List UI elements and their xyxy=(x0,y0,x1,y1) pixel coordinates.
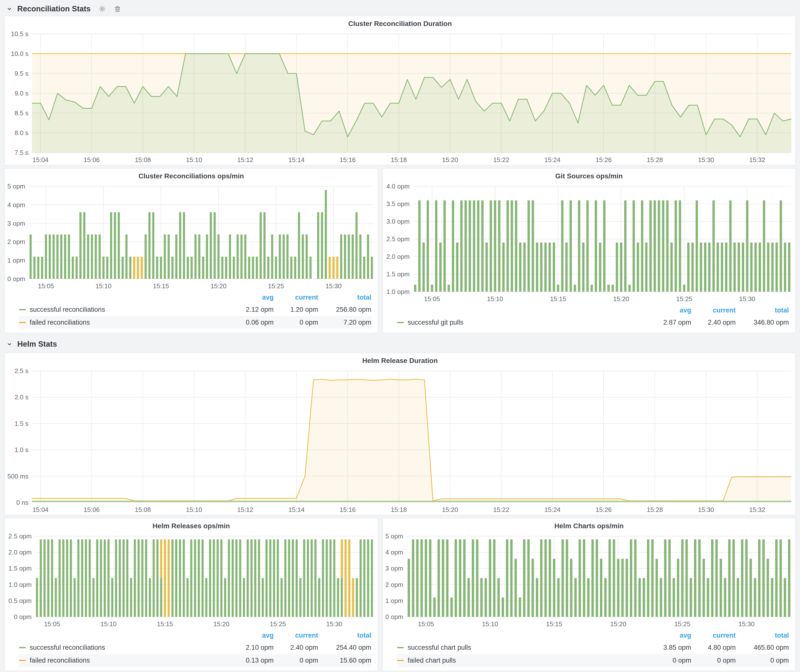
panel-title[interactable]: Git Sources ops/min xyxy=(383,168,795,183)
svg-text:15:20: 15:20 xyxy=(213,620,229,628)
row-header-reconciliation-stats: Reconciliation Stats xyxy=(5,2,795,16)
panel-helm-charts-ops: Helm Charts ops/min 0 opm1 opm2 opm3 opm… xyxy=(382,518,795,671)
panel-title[interactable]: Helm Releases ops/min xyxy=(5,518,378,533)
section-title[interactable]: Helm Stats xyxy=(17,340,57,349)
svg-text:15:32: 15:32 xyxy=(749,156,765,163)
panel-row-ops: Cluster Reconciliations ops/min 0 opm1 o… xyxy=(5,168,795,333)
legend-total-value: 254.40 opm xyxy=(318,644,371,651)
svg-text:15:25: 15:25 xyxy=(674,620,690,628)
svg-text:15:10: 15:10 xyxy=(101,620,117,628)
svg-text:15:14: 15:14 xyxy=(288,506,304,514)
svg-text:5 opm: 5 opm xyxy=(7,183,25,190)
chart-svg: 0 opm0.5 opm1.0 opm1.5 opm2.0 opm2.5 opm… xyxy=(5,533,378,629)
legend-sort-current[interactable]: current xyxy=(691,307,736,314)
legend-header-row: avgcurrenttotal xyxy=(19,630,371,641)
legend-sort-current[interactable]: current xyxy=(274,632,318,639)
svg-text:15:06: 15:06 xyxy=(83,156,100,163)
gear-icon[interactable] xyxy=(98,5,106,13)
legend-row: successful git pulls2.87 opm2.40 opm346.… xyxy=(397,316,789,329)
svg-text:15:04: 15:04 xyxy=(32,506,48,514)
legend-series-name[interactable]: successful git pulls xyxy=(408,319,463,326)
svg-text:15:08: 15:08 xyxy=(135,506,151,514)
cluster-reconciliations-ops-chart[interactable]: 0 opm1 opm2 opm3 opm4 opm5 opm15:0515:10… xyxy=(5,183,378,291)
git-sources-ops-chart[interactable]: 1.0 opm1.5 opm2.0 opm2.5 opm3.0 opm3.5 o… xyxy=(383,183,795,304)
svg-text:1.5 opm: 1.5 opm xyxy=(386,270,410,278)
legend-helm-releases: avgcurrenttotalsuccessful reconciliation… xyxy=(5,629,378,671)
legend-sort-total[interactable]: total xyxy=(318,632,371,639)
panel-title[interactable]: Cluster Reconciliations ops/min xyxy=(5,168,378,183)
svg-text:8.0 s: 8.0 s xyxy=(14,129,29,137)
panel-title[interactable]: Cluster Reconciliation Duration xyxy=(5,16,795,30)
svg-text:0.5 opm: 0.5 opm xyxy=(8,597,32,605)
row-header-helm-stats: Helm Stats xyxy=(5,337,795,351)
svg-text:9.0 s: 9.0 s xyxy=(14,90,29,97)
cluster-reconciliation-duration-chart[interactable]: 7.5 s8.0 s8.5 s9.0 s9.5 s10.0 s10.5 s15:… xyxy=(5,30,795,165)
svg-text:1 opm: 1 opm xyxy=(386,597,403,605)
legend-total-value: 0 opm xyxy=(736,657,789,664)
legend-series-name[interactable]: failed reconciliations xyxy=(30,319,90,326)
svg-text:15:30: 15:30 xyxy=(738,620,755,628)
svg-text:2.0 opm: 2.0 opm xyxy=(8,549,32,556)
legend-sort-total[interactable]: total xyxy=(318,294,371,301)
svg-text:15:18: 15:18 xyxy=(391,156,407,163)
svg-text:2.5 opm: 2.5 opm xyxy=(8,533,32,540)
svg-text:3 opm: 3 opm xyxy=(386,565,403,572)
series-color-dash xyxy=(19,660,26,661)
svg-text:10.0 s: 10.0 s xyxy=(11,50,29,58)
svg-text:15:25: 15:25 xyxy=(270,620,286,628)
svg-text:15:15: 15:15 xyxy=(157,620,173,628)
panel-row-helm-ops: Helm Releases ops/min 0 opm0.5 opm1.0 op… xyxy=(5,518,795,671)
svg-text:15:14: 15:14 xyxy=(288,156,304,163)
panel-title[interactable]: Helm Release Duration xyxy=(5,353,795,367)
svg-text:500 ms: 500 ms xyxy=(7,473,29,480)
legend-sort-avg[interactable]: avg xyxy=(232,632,274,639)
helm-charts-ops-chart[interactable]: 0 opm1 opm2 opm3 opm4 opm5 opm15:0515:10… xyxy=(383,533,795,629)
legend-total-value: 346.80 opm xyxy=(736,319,789,326)
section-title[interactable]: Reconciliation Stats xyxy=(17,5,91,13)
svg-text:15:10: 15:10 xyxy=(186,156,202,163)
svg-text:3.5 opm: 3.5 opm xyxy=(386,200,410,208)
trash-icon[interactable] xyxy=(114,5,121,13)
chevron-down-icon[interactable] xyxy=(6,341,12,347)
legend-sort-current[interactable]: current xyxy=(691,632,736,639)
legend-avg-value: 0.06 opm xyxy=(232,319,274,326)
svg-text:0 ns: 0 ns xyxy=(16,499,29,506)
series-color-dash xyxy=(397,647,404,648)
svg-text:15:10: 15:10 xyxy=(482,620,498,628)
legend-avg-value: 3.85 opm xyxy=(649,644,691,651)
svg-text:1.5 opm: 1.5 opm xyxy=(8,565,32,572)
legend-series-name[interactable]: successful chart pulls xyxy=(408,644,471,651)
svg-text:0 opm: 0 opm xyxy=(7,275,25,283)
legend-sort-current[interactable]: current xyxy=(274,294,318,301)
svg-text:2.0 s: 2.0 s xyxy=(14,394,29,401)
svg-text:15:22: 15:22 xyxy=(493,506,509,514)
legend-sort-total[interactable]: total xyxy=(736,307,789,314)
svg-text:15:22: 15:22 xyxy=(493,156,509,163)
svg-text:15:15: 15:15 xyxy=(546,620,562,628)
svg-text:15:25: 15:25 xyxy=(676,295,692,302)
legend-sort-avg[interactable]: avg xyxy=(649,632,691,639)
panel-title[interactable]: Helm Charts ops/min xyxy=(383,518,795,533)
legend-sort-avg[interactable]: avg xyxy=(232,294,274,301)
svg-text:15:24: 15:24 xyxy=(544,506,560,514)
legend-avg-value: 2.12 opm xyxy=(232,306,274,314)
chart-svg: 1.0 opm1.5 opm2.0 opm2.5 opm3.0 opm3.5 o… xyxy=(383,183,795,304)
legend-series-name[interactable]: successful reconciliations xyxy=(30,306,105,314)
legend-series-name[interactable]: successful reconciliations xyxy=(30,644,105,651)
svg-text:2 opm: 2 opm xyxy=(7,238,25,245)
legend-sort-total[interactable]: total xyxy=(736,632,789,639)
legend-series-name[interactable]: failed reconciliations xyxy=(30,657,90,664)
svg-text:15:30: 15:30 xyxy=(326,620,342,628)
helm-releases-ops-chart[interactable]: 0 opm0.5 opm1.0 opm1.5 opm2.0 opm2.5 opm… xyxy=(5,533,378,629)
svg-text:15:05: 15:05 xyxy=(424,295,440,302)
helm-release-duration-chart[interactable]: 0 ns500 ms1.0 s1.5 s2.0 s2.5 s15:0415:06… xyxy=(5,367,795,515)
chevron-down-icon[interactable] xyxy=(6,6,12,12)
series-color-dash xyxy=(19,309,26,310)
svg-text:3.0 opm: 3.0 opm xyxy=(386,218,410,225)
svg-text:15:10: 15:10 xyxy=(186,506,202,514)
legend-series-name[interactable]: failed chart pulls xyxy=(408,657,456,664)
legend-avg-value: 2.87 opm xyxy=(649,319,691,326)
svg-text:5 opm: 5 opm xyxy=(386,533,403,540)
legend-sort-avg[interactable]: avg xyxy=(649,307,691,314)
svg-text:15:04: 15:04 xyxy=(32,156,48,163)
